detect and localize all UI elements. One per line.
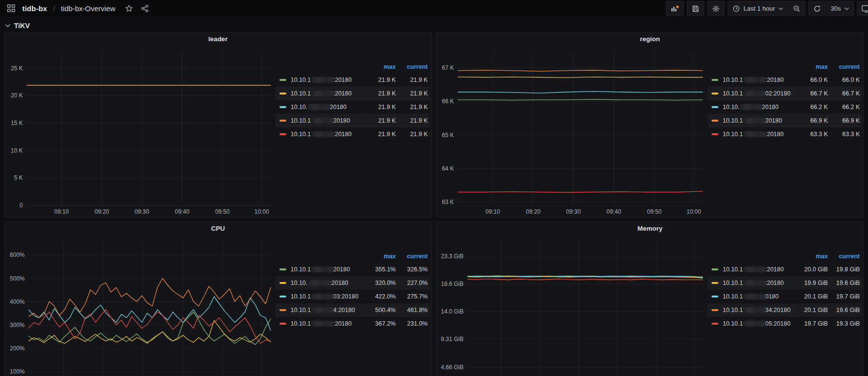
clock-icon (732, 5, 740, 13)
series-color-swatch (712, 93, 718, 94)
legend-row-cpu-red[interactable]: 10.10.1:20180367.2%231.0% (276, 317, 430, 330)
plus-icon (676, 5, 679, 8)
series-current-value: 66.0 K (828, 77, 860, 83)
legend-row-memory-yellow[interactable]: 10.10.1:2018019.9 GiB19.6 GiB (708, 276, 862, 290)
series-label: 10.10.1:20180 (291, 77, 368, 83)
redacted-ip-segment (308, 280, 330, 286)
series-color-swatch (712, 268, 718, 270)
series-max-value: 20.0 GiB (800, 266, 828, 273)
legend-row-cpu-yellow[interactable]: 10.10.:20180320.0%227.0% (276, 276, 430, 290)
legend-row-memory-orange[interactable]: 10.10.134:2018020.1 GiB19.6 GiB (708, 303, 862, 317)
series-color-swatch (279, 106, 286, 108)
legend-header-spacer (712, 66, 718, 68)
legend-row-region-orange[interactable]: 10.10.12018066.9 K66.9 K (708, 114, 862, 127)
redacted-ip-segment (743, 307, 765, 313)
chart-area[interactable]: 4.66 GiB9.31 GiB14.0 GiB18.6 GiB23.3 GiB… (436, 235, 708, 376)
legend-row-region-cyan[interactable]: 10.10.2018066.2 K66.2 K (708, 100, 862, 114)
series-max-value: 21.9 K (368, 104, 396, 110)
redacted-ip-segment (743, 118, 765, 124)
favorite-star-icon[interactable] (124, 3, 134, 14)
svg-text:67 K: 67 K (442, 64, 454, 71)
dashboard-settings-button[interactable] (707, 1, 725, 16)
legend-row-leader-orange[interactable]: 10.10.12018021.9 K21.9 K (276, 114, 430, 127)
legend-header-current[interactable]: current (828, 63, 860, 70)
svg-text:09:20: 09:20 (526, 208, 541, 215)
add-panel-button[interactable] (666, 1, 684, 16)
svg-text:65 K: 65 K (442, 132, 454, 139)
chevron-down-icon (5, 24, 11, 28)
legend-header-max[interactable]: max (368, 63, 396, 70)
row-title: TiKV (14, 22, 30, 30)
tv-mode-button[interactable] (857, 1, 868, 16)
series-current-value: 227.0% (396, 280, 428, 286)
legend-row-leader-yellow[interactable]: 10.10.1:2018021.9 K21.9 K (276, 87, 430, 100)
panel-title[interactable]: leader (4, 32, 432, 45)
series-label: 10.10.14:20180 (291, 307, 368, 313)
dashboards-grid-icon[interactable] (6, 3, 16, 14)
panels-grid: leader 05 K10 K15 K20 K25 K09:1009:2009:… (4, 32, 864, 376)
series-max-value: 19.9 GiB (800, 280, 828, 286)
legend-header-row: max current (708, 61, 862, 73)
legend-row-cpu-orange[interactable]: 10.10.14:20180500.4%461.8% (276, 303, 430, 317)
legend-row-leader-red[interactable]: 10.10.1:2018021.9 K21.9 K (276, 127, 430, 141)
zoom-out-time-button[interactable] (788, 1, 806, 16)
chart-area[interactable]: 100%200%300%400%500%600%09:1009:2009:300… (4, 235, 276, 376)
legend-header-spacer (279, 255, 286, 257)
refresh-interval-dropdown[interactable]: 30s (826, 1, 854, 16)
legend-row-cpu-cyan[interactable]: 10.10.103:20180422.0%275.7% (276, 290, 430, 303)
svg-text:09:20: 09:20 (94, 208, 109, 215)
legend-row-region-green[interactable]: 10.10.1:2018066.0 K66.0 K (708, 73, 862, 87)
panel-title[interactable]: region (436, 32, 864, 45)
legend-header-max[interactable]: max (368, 253, 396, 260)
series-color-swatch (279, 323, 286, 325)
legend-header-spacer (712, 255, 718, 257)
legend-header-current[interactable]: current (396, 253, 428, 260)
series-max-value: 355.1% (368, 266, 396, 273)
series-label: 10.10.120180 (723, 117, 800, 124)
chart-area[interactable]: 63 K64 K65 K66 K67 K09:1009:2009:3009:40… (436, 45, 708, 217)
legend-row-cpu-green[interactable]: 10.10.120180355.1%326.5% (276, 263, 430, 276)
series-current-value: 19.3 GiB (828, 320, 860, 327)
legend-header-current[interactable]: current (396, 63, 428, 70)
breadcrumb-dashboard-name[interactable]: tidb-bx (22, 4, 47, 13)
refresh-icon (813, 5, 821, 13)
series-current-value: 19.6 GiB (828, 307, 860, 313)
refresh-button[interactable] (808, 1, 826, 16)
save-dashboard-button[interactable] (687, 1, 704, 16)
legend-header-max[interactable]: max (800, 63, 828, 70)
panel-title-text: leader (208, 35, 228, 43)
legend-row-region-red[interactable]: 10.10.1:2018063.3 K63.3 K (708, 127, 862, 141)
navbar: tidb-bx / tidb-bx-Overview (0, 0, 868, 16)
time-range-picker[interactable]: Last 1 hour (728, 1, 788, 16)
series-current-value: 326.5% (396, 266, 428, 273)
series-max-value: 20.1 GiB (800, 293, 828, 300)
add-panel-icon (671, 5, 679, 12)
legend-row-leader-green[interactable]: 10.10.1:2018021.9 K21.9 K (276, 73, 430, 87)
time-controls: Last 1 hour (728, 1, 806, 16)
legend-row-memory-red[interactable]: 10.10.105:2018019.7 GiB19.3 GiB (708, 317, 862, 330)
grafana-dashboard: tidb-bx / tidb-bx-Overview (0, 0, 868, 376)
redacted-ip-segment (311, 321, 333, 327)
legend-header-row: max current (276, 61, 430, 73)
row-header-tikv[interactable]: TiKV (4, 19, 864, 32)
series-color-swatch (279, 282, 286, 284)
legend-row-leader-cyan[interactable]: 10.10.2018021.9 K21.9 K (276, 100, 430, 114)
legend-header-max[interactable]: max (800, 253, 828, 260)
series-current-value: 21.9 K (396, 131, 428, 138)
legend: max current 10.10.120180355.1%326.5%10.1… (276, 235, 430, 376)
legend-row-memory-green[interactable]: 10.10.1:2018020.0 GiB19.8 GiB (708, 263, 862, 276)
svg-text:64 K: 64 K (442, 165, 454, 172)
share-icon[interactable] (140, 3, 150, 14)
legend-row-memory-cyan[interactable]: 10.10.1018020.1 GiB19.7 GiB (708, 290, 862, 303)
legend-header-current[interactable]: current (828, 253, 860, 260)
breadcrumb-page-name[interactable]: tidb-bx-Overview (61, 4, 116, 13)
legend-row-region-yellow[interactable]: 10.10.102:2018066.7 K66.7 K (708, 87, 862, 100)
series-label: 10.10.120180 (291, 117, 368, 124)
redacted-ip-segment (743, 294, 765, 299)
panel-title[interactable]: CPU (4, 222, 432, 235)
svg-text:23.3 GiB: 23.3 GiB (441, 253, 464, 260)
series-label: 10.10.134:20180 (723, 307, 800, 313)
chart-area[interactable]: 05 K10 K15 K20 K25 K09:1009:2009:3009:40… (4, 45, 276, 217)
panel-title[interactable]: Memory (436, 222, 864, 235)
series-max-value: 320.0% (368, 280, 396, 286)
